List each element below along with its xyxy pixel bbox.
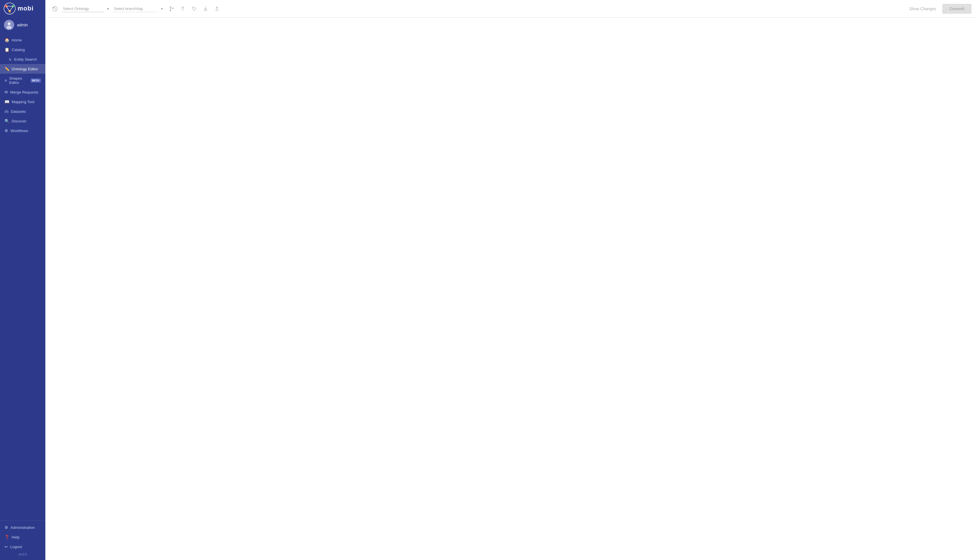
sidebar-item-label: Shapes Editor xyxy=(9,76,27,85)
version-label: v4.0.0 xyxy=(0,552,45,558)
svg-line-5 xyxy=(6,6,10,11)
merge-button[interactable] xyxy=(179,5,187,12)
toolbar: Select Ontology ▾ Select branch/tag ▾ xyxy=(45,0,977,18)
content-area xyxy=(45,18,977,560)
logout-icon: ↩ xyxy=(5,544,8,549)
sidebar-item-label: Catalog xyxy=(12,48,25,52)
nav-section: 🏠 Home 📋 Catalog ↳ Entity Search ✏️ Onto… xyxy=(0,34,45,520)
select-ontology[interactable]: Select Ontology xyxy=(62,5,104,12)
home-icon: 🏠 xyxy=(5,38,9,42)
sidebar-item-administration[interactable]: ⚙ Administration xyxy=(0,523,45,532)
chevron-down-icon: ▾ xyxy=(161,7,163,11)
sidebar-item-label: Mapping Tool xyxy=(12,100,34,104)
svg-point-7 xyxy=(8,22,10,25)
sidebar-item-label: Help xyxy=(12,535,20,539)
sidebar-item-shapes-editor[interactable]: ≡ Shapes Editor BETA xyxy=(0,74,45,87)
main: Select Ontology ▾ Select branch/tag ▾ xyxy=(45,0,977,560)
user-area: admin xyxy=(0,17,45,34)
sidebar-item-label: Discover xyxy=(12,119,27,123)
sidebar-item-merge-requests[interactable]: ✉ Merge Requests xyxy=(0,87,45,97)
sidebar-item-label: Datasets xyxy=(11,109,26,113)
username: admin xyxy=(17,23,28,27)
download-icon xyxy=(203,6,208,11)
sidebar-item-label: Entity Search xyxy=(14,57,37,62)
select-ontology-wrapper: Select Ontology ▾ xyxy=(62,5,110,12)
svg-point-8 xyxy=(7,26,12,29)
tag-icon xyxy=(192,6,197,11)
show-changes-button[interactable]: Show Changes xyxy=(906,5,940,13)
sidebar-item-label: Ontology Editor xyxy=(12,67,38,71)
help-icon: ❓ xyxy=(5,535,9,539)
mobi-logo xyxy=(3,2,16,15)
sidebar-item-workflows[interactable]: ⚙ Workflows xyxy=(0,126,45,135)
toolbar-icons xyxy=(168,5,220,12)
upload-button[interactable] xyxy=(213,5,220,12)
avatar xyxy=(4,20,14,30)
history-icon xyxy=(52,6,58,12)
branch-icon xyxy=(169,6,174,11)
sidebar: mobi admin 🏠 Home 📋 Catalog ↳ Entity Sea… xyxy=(0,0,45,560)
merge-requests-icon: ✉ xyxy=(5,90,8,94)
svg-point-17 xyxy=(193,7,193,8)
administration-icon: ⚙ xyxy=(5,525,8,530)
sidebar-item-help[interactable]: ❓ Help xyxy=(0,532,45,542)
download-button[interactable] xyxy=(202,5,209,12)
sidebar-item-entity-search[interactable]: ↳ Entity Search xyxy=(0,54,45,64)
sidebar-item-ontology-editor[interactable]: ✏️ Ontology Editor xyxy=(0,64,45,74)
sidebar-item-label: Home xyxy=(12,38,22,42)
upload-icon xyxy=(214,6,220,11)
svg-line-6 xyxy=(10,6,13,11)
history-button[interactable] xyxy=(51,5,59,13)
sidebar-item-catalog[interactable]: 📋 Catalog xyxy=(0,45,45,54)
workflows-icon: ⚙ xyxy=(5,128,8,133)
shapes-editor-icon: ≡ xyxy=(5,78,7,83)
sidebar-item-label: Administration xyxy=(10,525,35,530)
beta-badge: BETA xyxy=(31,78,41,82)
app-title: mobi xyxy=(18,5,34,12)
sidebar-item-discover[interactable]: 🔍 Discover xyxy=(0,116,45,126)
sidebar-item-logout[interactable]: ↩ Logout xyxy=(0,542,45,552)
ontology-editor-icon: ✏️ xyxy=(5,67,9,71)
logo-area: mobi xyxy=(0,0,45,17)
discover-icon: 🔍 xyxy=(5,119,9,123)
sidebar-item-home[interactable]: 🏠 Home xyxy=(0,35,45,45)
sidebar-item-label: Merge Requests xyxy=(10,90,38,94)
tag-button[interactable] xyxy=(190,5,198,12)
datasets-icon: 🗃 xyxy=(5,109,8,113)
select-branch-wrapper: Select branch/tag ▾ xyxy=(113,5,164,12)
sidebar-item-label: Logout xyxy=(10,545,22,549)
mapping-tool-icon: 📖 xyxy=(5,100,9,104)
commit-button[interactable]: Commit xyxy=(942,4,971,13)
entity-search-icon: ↳ xyxy=(8,57,12,62)
sidebar-item-mapping-tool[interactable]: 📖 Mapping Tool xyxy=(0,97,45,107)
nav-bottom: ⚙ Administration ❓ Help ↩ Logout v4.0.0 xyxy=(0,520,45,560)
select-branch[interactable]: Select branch/tag xyxy=(113,5,158,12)
sidebar-item-datasets[interactable]: 🗃 Datasets xyxy=(0,107,45,116)
branch-button[interactable] xyxy=(168,5,175,12)
sidebar-item-label: Workflows xyxy=(10,129,28,133)
catalog-icon: 📋 xyxy=(5,47,9,52)
merge-icon xyxy=(180,6,185,11)
chevron-down-icon: ▾ xyxy=(107,7,109,11)
